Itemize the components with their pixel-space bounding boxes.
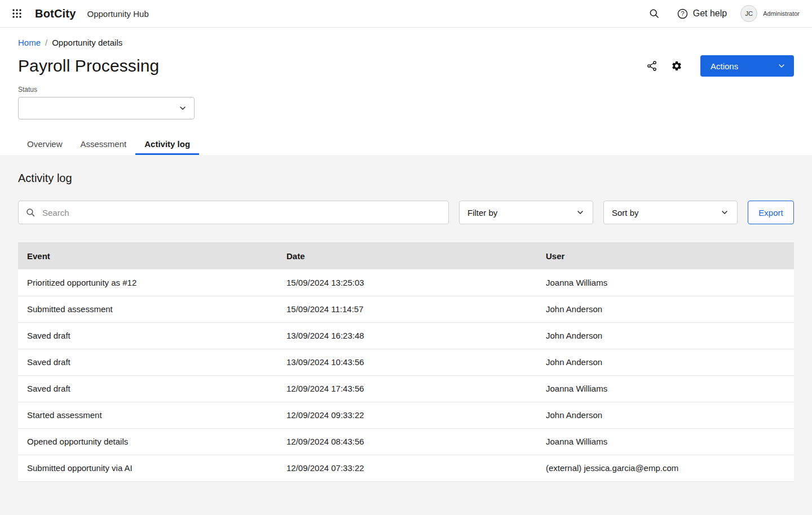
breadcrumb-separator: / <box>45 38 47 47</box>
table-cell: 15/09/2024 11:14:57 <box>277 296 537 322</box>
table-header-row: EventDateUser <box>18 242 794 269</box>
settings-button[interactable] <box>668 57 686 75</box>
gear-icon <box>671 60 682 72</box>
table-cell: Submitted opportunity via AI <box>18 455 277 481</box>
chevron-down-icon <box>777 61 786 70</box>
status-label: Status <box>18 86 794 94</box>
actions-button-label: Actions <box>710 61 738 71</box>
table-cell: Started assessment <box>18 402 277 428</box>
search-icon <box>648 8 660 19</box>
table-cell: 15/09/2024 13:25:03 <box>277 269 537 296</box>
table-cell: 12/09/2024 17:43:56 <box>277 375 537 402</box>
search-button[interactable] <box>645 5 663 23</box>
tabs: OverviewAssessmentActivity log <box>18 134 794 155</box>
avatar: JC <box>740 5 757 22</box>
breadcrumb: Home / Opportunity details <box>18 38 794 47</box>
table-body: Prioritized opportunity as #1215/09/2024… <box>18 269 794 481</box>
tab-assessment[interactable]: Assessment <box>72 134 136 155</box>
table-cell: John Anderson <box>537 296 794 322</box>
user-role: Administrator <box>763 10 800 17</box>
chevron-down-icon <box>178 104 187 113</box>
app-switcher-button[interactable] <box>8 5 26 23</box>
table-row: Started assessment12/09/2024 09:33:22Joh… <box>18 402 794 428</box>
table-cell: John Anderson <box>537 349 794 375</box>
table-cell: 13/09/2024 16:23:48 <box>277 322 537 349</box>
tab-activity-log[interactable]: Activity log <box>135 134 199 155</box>
sort-by-label: Sort by <box>612 208 639 217</box>
help-icon: ? <box>677 8 689 20</box>
activity-log-panel: Activity log Filter by Sort by <box>0 155 812 515</box>
search-box[interactable] <box>18 201 449 224</box>
table-cell: Joanna Williams <box>537 269 794 296</box>
sort-by-dropdown[interactable]: Sort by <box>603 201 738 224</box>
table-cell: 12/09/2024 09:33:22 <box>277 402 537 428</box>
account-menu[interactable]: JC Administrator <box>740 5 800 22</box>
share-button[interactable] <box>643 57 661 75</box>
botcity-logo[interactable]: BotCity <box>35 7 76 20</box>
table-row: Saved draft13/09/2024 16:23:48John Ander… <box>18 322 794 349</box>
breadcrumb-current: Opportunity details <box>52 38 122 47</box>
table-row: Submitted assessment15/09/2024 11:14:57J… <box>18 296 794 322</box>
breadcrumb-home-link[interactable]: Home <box>18 38 41 47</box>
title-actions: Actions <box>643 55 794 77</box>
product-name: Opportunity Hub <box>87 9 149 19</box>
svg-text:?: ? <box>681 10 684 17</box>
table-cell: Joanna Williams <box>537 428 794 455</box>
export-button[interactable]: Export <box>748 201 794 224</box>
share-icon <box>646 60 657 72</box>
activity-table: EventDateUser Prioritized opportunity as… <box>18 242 794 482</box>
top-bar-right: ? Get help JC Administrator <box>645 5 800 23</box>
table-cell: John Anderson <box>537 322 794 349</box>
page-title: Payroll Processing <box>18 56 159 76</box>
title-row: Payroll Processing Actions <box>18 55 794 77</box>
top-bar-left: BotCity Opportunity Hub <box>8 5 149 23</box>
get-help-label: Get help <box>693 8 727 19</box>
table-cell: Saved draft <box>18 349 277 375</box>
column-header-event: Event <box>18 242 277 269</box>
chevron-down-icon <box>720 208 729 217</box>
table-row: Saved draft13/09/2024 10:43:56John Ander… <box>18 349 794 375</box>
page-head: Home / Opportunity details Payroll Proce… <box>0 28 812 155</box>
table-row: Saved draft12/09/2024 17:43:56Joanna Wil… <box>18 375 794 402</box>
table-cell: Submitted assessment <box>18 296 277 322</box>
filter-by-dropdown[interactable]: Filter by <box>459 201 593 224</box>
chevron-down-icon <box>576 208 585 217</box>
tab-overview[interactable]: Overview <box>18 134 72 155</box>
status-select[interactable] <box>18 97 195 119</box>
table-cell: Joanna Williams <box>537 375 794 402</box>
table-cell: Prioritized opportunity as #12 <box>18 269 277 296</box>
table-cell: 12/09/2024 07:33:22 <box>277 455 537 481</box>
table-row: Submitted opportunity via AI12/09/2024 0… <box>18 455 794 481</box>
table-cell: 12/09/2024 08:43:56 <box>277 428 537 455</box>
actions-button[interactable]: Actions <box>700 55 794 77</box>
toolbar: Filter by Sort by Export <box>18 201 794 224</box>
table-cell: Saved draft <box>18 322 277 349</box>
column-header-date: Date <box>277 242 537 269</box>
table-cell: 13/09/2024 10:43:56 <box>277 349 537 375</box>
column-header-user: User <box>537 242 794 269</box>
apps-grid-icon <box>12 8 22 19</box>
filter-by-label: Filter by <box>467 208 497 217</box>
top-bar: BotCity Opportunity Hub ? Get help JC Ad… <box>0 0 812 28</box>
table-cell: Opened opportunity details <box>18 428 277 455</box>
table-row: Opened opportunity details12/09/2024 08:… <box>18 428 794 455</box>
search-input[interactable] <box>41 207 442 218</box>
table-row: Prioritized opportunity as #1215/09/2024… <box>18 269 794 296</box>
section-heading: Activity log <box>18 172 794 185</box>
get-help-button[interactable]: ? Get help <box>677 8 727 20</box>
table-cell: John Anderson <box>537 402 794 428</box>
search-icon <box>25 207 36 217</box>
table-cell: (external) jessica.garcia@emp.com <box>537 455 794 481</box>
table-cell: Saved draft <box>18 375 277 402</box>
